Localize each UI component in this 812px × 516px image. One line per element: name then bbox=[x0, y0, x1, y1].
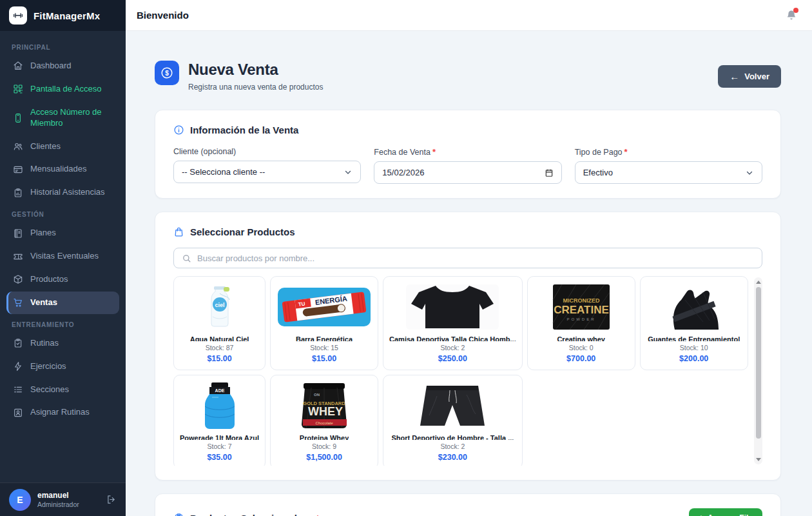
sidebar-item-visitas-eventuales[interactable]: Visitas Eventuales bbox=[6, 245, 119, 268]
scrollbar-thumb[interactable] bbox=[756, 287, 761, 439]
sidebar-item-clientes[interactable]: Clientes bbox=[6, 135, 119, 158]
product-stock: Stock: 87 bbox=[206, 344, 234, 352]
user-name: emanuel bbox=[37, 491, 79, 500]
products-scrollbar[interactable] bbox=[754, 277, 762, 464]
product-card[interactable]: cielAgua Natural CielStock: 87$15.00 bbox=[173, 276, 266, 370]
sale-date-input[interactable]: 15/02/2026 bbox=[374, 161, 561, 184]
sidebar-item-label: Acceso Número de Miembro bbox=[30, 107, 113, 129]
product-picker-title: Seleccionar Productos bbox=[190, 226, 295, 237]
sidebar-item-planes[interactable]: Planes bbox=[6, 222, 119, 244]
product-name: Guantes de Entrenamiento| bbox=[648, 335, 740, 341]
svg-text:ADE: ADE bbox=[215, 388, 224, 393]
clipboard-icon bbox=[13, 338, 23, 348]
dumbbell-logo-icon bbox=[9, 6, 27, 25]
content: $ Nueva Venta Registra una nueva venta d… bbox=[126, 31, 812, 516]
date-label: Fecha de Venta* bbox=[374, 147, 561, 157]
sidebar-item-label: Asignar Rutinas bbox=[30, 407, 90, 418]
payment-type-select[interactable]: Efectivo bbox=[575, 161, 762, 184]
usercard-icon bbox=[13, 408, 23, 418]
notification-dot bbox=[793, 8, 798, 13]
sidebar-item-acceso-numero-de-miembro[interactable]: Acceso Número de Miembro bbox=[6, 101, 119, 135]
product-image-powerade: ADE bbox=[180, 382, 259, 430]
back-button-label: Volver bbox=[744, 72, 769, 81]
sidebar-item-asignar-rutinas[interactable]: Asignar Rutinas bbox=[6, 401, 119, 424]
sidebar-item-label: Dashboard bbox=[30, 61, 72, 72]
svg-text:POWDER: POWDER bbox=[566, 317, 595, 321]
sidebar-item-productos[interactable]: Productos bbox=[6, 268, 119, 291]
page-subtitle: Registra una nueva venta de productos bbox=[188, 83, 323, 92]
plus-icon: + bbox=[699, 513, 704, 516]
product-card[interactable]: Camisa Deportiva Talla Chica Homb...Stoc… bbox=[383, 276, 523, 370]
sidebar-item-label: Productos bbox=[30, 274, 68, 285]
product-name: Powerade 1lt Mora Azul bbox=[180, 434, 259, 440]
product-card[interactable]: ONGOLD STANDARDWHEYChocolateProteina Whe… bbox=[270, 375, 378, 466]
scrollbar-up-arrow-icon[interactable] bbox=[756, 281, 761, 284]
dollar-icon: $ bbox=[155, 61, 179, 85]
required-marker: * bbox=[624, 147, 628, 157]
svg-text:ON: ON bbox=[314, 393, 320, 397]
product-stock: Stock: 2 bbox=[440, 442, 465, 450]
sidebar-item-historial-asistencias[interactable]: Historial Asistencias bbox=[6, 181, 119, 204]
product-card[interactable]: Short Deportivo de Hombre - Talla ...Sto… bbox=[383, 375, 523, 466]
selected-products-card: Productos Seleccionados * + Agregar Fila bbox=[155, 493, 781, 516]
sidebar-item-label: Ejercicios bbox=[30, 361, 66, 372]
sidebar-section-label: ENTRENAMIENTO bbox=[6, 315, 119, 332]
product-price: $1,500.00 bbox=[306, 453, 342, 462]
products-scroll-area: cielAgua Natural CielStock: 87$15.00TUEN… bbox=[173, 276, 762, 466]
sidebar-item-secciones[interactable]: Secciones bbox=[6, 379, 119, 401]
svg-text:ciel: ciel bbox=[215, 302, 224, 308]
info-icon bbox=[173, 124, 184, 135]
sidebar-item-label: Ventas bbox=[30, 297, 57, 308]
notifications-bell-icon[interactable] bbox=[785, 9, 798, 22]
sidebar-item-mensualidades[interactable]: Mensualidades bbox=[6, 158, 119, 181]
brand-name: FitManagerMx bbox=[34, 10, 100, 21]
product-name: Proteina Whey bbox=[300, 434, 349, 440]
scrollbar-down-arrow-icon[interactable] bbox=[756, 458, 761, 461]
product-name: Short Deportivo de Hombre - Talla ... bbox=[391, 434, 514, 440]
sidebar-item-label: Secciones bbox=[30, 384, 69, 395]
sale-date-value: 15/02/2026 bbox=[382, 168, 424, 177]
sale-info-title: Información de la Venta bbox=[190, 124, 298, 135]
client-select[interactable]: -- Selecciona cliente -- bbox=[173, 161, 361, 183]
product-search-input[interactable] bbox=[197, 253, 754, 263]
product-card[interactable]: MICRONIZEDCREATINEPOWDERCreatina wheySto… bbox=[527, 276, 635, 370]
svg-text:Chocolate: Chocolate bbox=[316, 421, 334, 425]
product-card[interactable]: Guantes de Entrenamiento|Stock: 10$200.0… bbox=[640, 276, 748, 370]
product-image-bar: TUENERGÍA bbox=[276, 283, 372, 331]
arrow-left-icon: ← bbox=[730, 72, 739, 81]
topbar: Bienvenido bbox=[126, 0, 812, 31]
add-row-label: Agregar Fila bbox=[708, 513, 753, 516]
product-image-shirt bbox=[389, 283, 516, 331]
product-image-creatine: MICRONIZEDCREATINEPOWDER bbox=[534, 283, 629, 331]
svg-text:MICRONIZED: MICRONIZED bbox=[563, 297, 599, 304]
product-card[interactable]: TUENERGÍABarra EnergéticaStock: 15$15.00 bbox=[270, 276, 378, 370]
sidebar-item-ventas[interactable]: Ventas bbox=[6, 292, 119, 314]
sidebar-item-rutinas[interactable]: Rutinas bbox=[6, 332, 119, 355]
product-image-whey: ONGOLD STANDARDWHEYChocolate bbox=[276, 382, 372, 430]
sidebar-item-dashboard[interactable]: Dashboard bbox=[6, 55, 119, 77]
phone-icon bbox=[13, 113, 23, 123]
add-row-button[interactable]: + Agregar Fila bbox=[689, 508, 762, 516]
product-price: $15.00 bbox=[207, 354, 231, 363]
sidebar-item-label: Rutinas bbox=[30, 338, 59, 349]
logout-icon[interactable] bbox=[106, 494, 117, 505]
page-title: Nueva Venta bbox=[188, 61, 323, 79]
product-picker-card: Seleccionar Productos cielAgua Natural C… bbox=[155, 212, 781, 481]
required-marker: * bbox=[316, 513, 319, 516]
product-image-gloves bbox=[646, 283, 742, 331]
sidebar-item-pantalla-de-acceso[interactable]: Pantalla de Acceso bbox=[6, 78, 119, 101]
chevron-down-icon bbox=[745, 168, 754, 177]
product-stock: Stock: 7 bbox=[208, 442, 232, 450]
sidebar-item-label: Pantalla de Acceso bbox=[30, 84, 102, 95]
ticket-icon bbox=[13, 252, 23, 262]
product-card[interactable]: ADEPowerade 1lt Mora AzulStock: 7$35.00 bbox=[173, 375, 266, 466]
qr-icon bbox=[13, 84, 23, 94]
user-panel: E emanuel Administrador bbox=[0, 482, 126, 516]
sidebar-item-label: Visitas Eventuales bbox=[30, 251, 99, 262]
home-icon bbox=[13, 61, 23, 71]
clipboard-icon bbox=[173, 513, 184, 516]
product-price: $15.00 bbox=[312, 354, 336, 363]
back-button[interactable]: ← Volver bbox=[718, 65, 781, 88]
product-name: Creatina whey bbox=[557, 335, 605, 341]
sidebar-item-ejercicios[interactable]: Ejercicios bbox=[6, 355, 119, 378]
